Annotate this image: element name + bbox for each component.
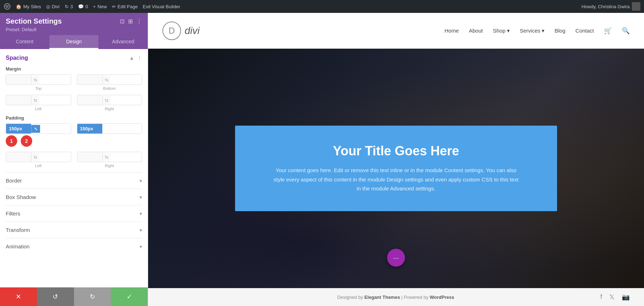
my-sites-menu[interactable]: 🏠 My Sites (16, 4, 41, 9)
margin-tb-divider (71, 74, 77, 85)
nav-services[interactable]: Services ▾ (520, 28, 545, 34)
footer-wordpress: WordPress (430, 295, 454, 300)
comment-bubbles[interactable]: 💬 0 (78, 4, 88, 9)
refresh-icon: ↻ (65, 4, 69, 9)
margin-left-label: Left (6, 107, 71, 111)
tab-content[interactable]: Content (0, 35, 49, 49)
cart-icon[interactable]: 🛒 (604, 27, 612, 35)
divi-menu[interactable]: ◎ Divi (46, 4, 60, 9)
main-layout: Section Settings ⊡ ⊞ ⋮ Preset: Default C… (0, 13, 644, 306)
tab-design[interactable]: Design (49, 35, 99, 49)
new-button[interactable]: + New (93, 4, 107, 9)
panel-header-top: Section Settings ⊡ ⊞ ⋮ (6, 17, 142, 25)
nav-contact[interactable]: Contact (575, 28, 594, 34)
padding-left-input[interactable] (6, 152, 31, 162)
transform-label: Transform (6, 227, 30, 233)
margin-bottom-link-icon[interactable]: ⇆ (102, 76, 111, 84)
margin-label: Margin (6, 66, 142, 72)
exit-builder-label: Exit Visual Builder (143, 4, 180, 9)
redo-button[interactable]: ↻ (74, 287, 111, 306)
border-label: Border (6, 178, 22, 184)
padding-bottom-group (77, 123, 142, 134)
shop-chevron-icon: ▾ (507, 28, 510, 34)
reset-button[interactable]: ↺ (37, 287, 74, 306)
twitter-icon[interactable]: 𝕏 (609, 293, 615, 301)
hero-title: Your Title Goes Here (257, 144, 536, 159)
margin-right-link-icon[interactable]: ⇆ (102, 96, 111, 105)
cancel-button[interactable]: ✕ (0, 287, 37, 306)
search-icon[interactable]: 🔍 (622, 27, 630, 35)
nav-home[interactable]: Home (444, 28, 459, 34)
badge-1[interactable]: 1 (6, 135, 17, 147)
admin-avatar[interactable] (632, 2, 640, 11)
comment-count: 0 (86, 4, 88, 9)
hero-section: Your Title Goes Here Your content goes h… (148, 49, 644, 288)
floating-action-button[interactable]: ··· (387, 249, 405, 267)
padding-lr-divider (71, 152, 77, 162)
padding-left-label: Left (6, 164, 71, 168)
collapse-icon[interactable]: ▲ (129, 55, 134, 61)
site-header: D divi Home About Shop ▾ Services ▾ (148, 13, 644, 49)
nav-about[interactable]: About (469, 28, 483, 34)
margin-top-input[interactable] (6, 75, 31, 84)
padding-top-input[interactable] (6, 124, 31, 133)
padding-left-link-icon[interactable]: ⇆ (31, 153, 39, 161)
spacing-more-icon[interactable]: ⋮ (137, 55, 142, 61)
padding-bottom-input[interactable] (77, 124, 102, 133)
hero-text: Your content goes here. Edit or remove t… (271, 166, 521, 193)
wordpress-logo[interactable]: W (4, 3, 11, 10)
margin-bottom-input[interactable] (77, 75, 102, 84)
box-shadow-label: Box Shadow (6, 194, 36, 200)
padding-right-link-icon[interactable]: ⇆ (102, 153, 111, 161)
panel-preset[interactable]: Preset: Default (6, 27, 142, 32)
wp-logo-circle: W (4, 3, 10, 10)
comments-menu[interactable]: ↻ 3 (65, 4, 73, 9)
logo-symbol: D (169, 26, 175, 36)
margin-right-input[interactable] (77, 95, 102, 105)
new-label: New (98, 4, 107, 9)
save-icon: ✓ (127, 293, 132, 301)
columns-icon[interactable]: ⊞ (128, 18, 133, 25)
divi-label: Divi (52, 4, 60, 9)
admin-bar-right: Howdy, Christina Gwira (581, 2, 640, 11)
box-shadow-chevron: ▾ (140, 194, 142, 200)
margin-top-group: ⇆ (6, 74, 71, 85)
animation-accordion[interactable]: Animation ▾ (6, 238, 142, 254)
save-button[interactable]: ✓ (111, 287, 148, 306)
badge-2[interactable]: 2 (21, 135, 32, 147)
spacing-section-header: Spacing ▲ ⋮ (6, 55, 142, 61)
exit-builder-button[interactable]: Exit Visual Builder (143, 4, 180, 9)
badge-row: 1 2 (6, 135, 142, 147)
margin-top-link-icon[interactable]: ⇆ (31, 76, 39, 84)
instagram-icon[interactable]: 📷 (622, 293, 630, 301)
edit-page-button[interactable]: ✏ Edit Page (112, 4, 138, 9)
padding-top-group (6, 123, 71, 134)
filters-accordion[interactable]: Filters ▾ (6, 205, 142, 222)
reset-icon: ↺ (53, 293, 58, 301)
margin-right-group: ⇆ (77, 95, 142, 105)
footer-designed-by: Designed by (337, 295, 363, 300)
footer-powered-by: Powered by (404, 295, 429, 300)
margin-lr-divider (71, 95, 77, 105)
margin-left-group: ⇆ (6, 95, 71, 105)
more-options-icon[interactable]: ⋮ (136, 18, 142, 25)
expand-icon[interactable]: ⊡ (120, 18, 125, 25)
padding-right-input[interactable] (77, 152, 102, 162)
site-footer: Designed by Elegant Themes | Powered by … (148, 288, 644, 306)
padding-lr-labels: Left Right (6, 164, 142, 168)
right-content: D divi Home About Shop ▾ Services ▾ (148, 13, 644, 306)
margin-left-input[interactable] (6, 95, 31, 105)
box-shadow-accordion[interactable]: Box Shadow ▾ (6, 189, 142, 205)
facebook-icon[interactable]: f (600, 293, 602, 301)
margin-right-label: Right (77, 107, 142, 111)
house-icon: 🏠 (16, 4, 21, 9)
nav-blog[interactable]: Blog (555, 28, 565, 34)
border-accordion[interactable]: Border ▾ (6, 172, 142, 189)
margin-left-link-icon[interactable]: ⇆ (31, 96, 39, 105)
logo-circle: D (162, 21, 181, 40)
padding-link-icon[interactable] (31, 125, 40, 133)
nav-shop[interactable]: Shop ▾ (493, 28, 510, 34)
transform-accordion[interactable]: Transform ▾ (6, 222, 142, 238)
tab-advanced[interactable]: Advanced (98, 35, 148, 49)
margin-top-bottom-row: ⇆ ⇆ (6, 74, 142, 85)
